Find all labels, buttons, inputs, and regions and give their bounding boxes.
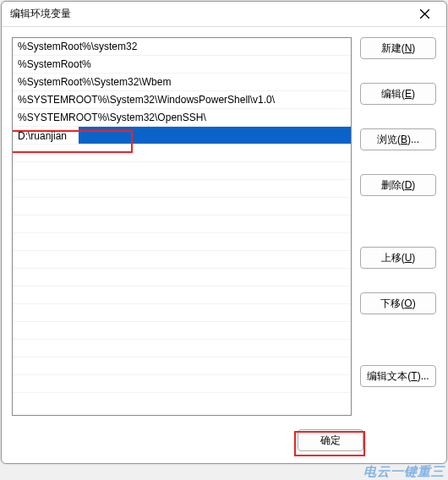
list-item[interactable]: %SystemRoot% bbox=[13, 56, 351, 74]
list-empty-row bbox=[13, 340, 351, 357]
delete-button[interactable]: 删除(D) bbox=[360, 174, 436, 196]
list-empty-row bbox=[13, 198, 351, 215]
ok-button[interactable]: 确定 bbox=[298, 429, 363, 451]
path-listbox[interactable]: %SystemRoot%\system32 %SystemRoot% %Syst… bbox=[12, 37, 352, 416]
list-empty-row bbox=[13, 215, 351, 233]
list-empty-row bbox=[13, 375, 351, 393]
list-empty-row bbox=[13, 180, 351, 198]
dialog-title: 编辑环境变量 bbox=[10, 7, 407, 21]
dialog-body: %SystemRoot%\system32 %SystemRoot% %Syst… bbox=[2, 27, 446, 426]
titlebar: 编辑环境变量 bbox=[2, 2, 446, 27]
path-edit-input[interactable] bbox=[13, 127, 79, 145]
close-button[interactable] bbox=[407, 3, 441, 26]
list-item[interactable]: %SystemRoot%\System32\Wbem bbox=[13, 74, 351, 91]
new-button[interactable]: 新建(N) bbox=[360, 37, 436, 59]
list-item[interactable]: %SYSTEMROOT%\System32\WindowsPowerShell\… bbox=[13, 91, 351, 109]
movedown-button[interactable]: 下移(O) bbox=[360, 292, 436, 314]
watermark-text: 电云一键重三 bbox=[363, 464, 445, 480]
moveup-button[interactable]: 上移(U) bbox=[360, 247, 436, 269]
list-empty-row bbox=[13, 233, 351, 251]
list-empty-row bbox=[13, 357, 351, 375]
edit-env-var-dialog: 编辑环境变量 %SystemRoot%\system32 %SystemRoot… bbox=[1, 1, 447, 464]
dialog-footer: 确定 取 消 bbox=[2, 426, 446, 463]
list-empty-row bbox=[13, 145, 351, 162]
edittext-button[interactable]: 编辑文本(T)... bbox=[360, 365, 436, 387]
list-empty-row bbox=[13, 322, 351, 340]
list-item[interactable]: %SYSTEMROOT%\System32\OpenSSH\ bbox=[13, 109, 351, 127]
list-empty-row bbox=[13, 162, 351, 180]
list-empty-row bbox=[13, 286, 351, 304]
edit-button[interactable]: 编辑(E) bbox=[360, 83, 436, 105]
browse-button[interactable]: 浏览(B)... bbox=[360, 128, 436, 150]
list-item[interactable]: %SystemRoot%\system32 bbox=[13, 38, 351, 56]
list-empty-row bbox=[13, 304, 351, 322]
list-empty-row bbox=[13, 269, 351, 286]
list-item-editing[interactable] bbox=[13, 127, 351, 145]
list-empty-row bbox=[13, 251, 351, 269]
side-button-column: 新建(N) 编辑(E) 浏览(B)... 删除(D) 上移(U) 下移(O) 编… bbox=[360, 37, 436, 416]
close-icon bbox=[420, 9, 429, 19]
